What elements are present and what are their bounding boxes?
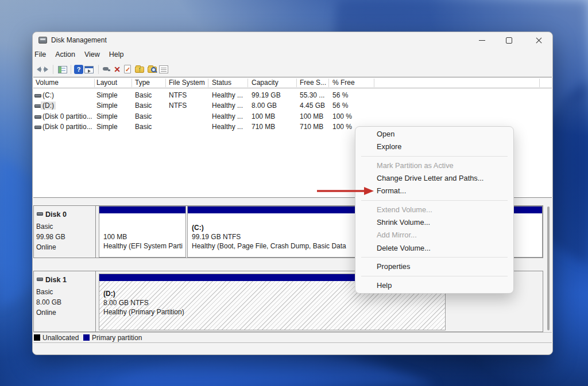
- menu-help[interactable]: Help: [105, 48, 129, 59]
- disk-tool-icon[interactable]: [102, 65, 111, 74]
- properties-list-icon[interactable]: [159, 65, 168, 73]
- partition-line: 100 MB: [103, 233, 127, 241]
- cell: Simple: [96, 123, 118, 131]
- cell: NTFS: [169, 102, 187, 110]
- volume-row-2[interactable]: (D:)SimpleBasicNTFSHealthy ...8.00 GB4.4…: [33, 100, 552, 111]
- partition-line: Healthy (EFI System Parti: [103, 242, 183, 250]
- menu-view[interactable]: View: [80, 48, 105, 59]
- menu-separator: [361, 257, 508, 258]
- volume-row-3[interactable]: (Disk 0 partitio...SimpleBasicHealthy ..…: [33, 111, 552, 122]
- desktop: Disk Management FileActionViewHelp ?✕ Vo…: [0, 0, 588, 386]
- menu-action[interactable]: Action: [51, 48, 80, 59]
- maximize-button[interactable]: [496, 32, 521, 48]
- disk-type: Basic: [36, 223, 53, 231]
- disk-label-0[interactable]: Disk 0Basic99.98 GBOnline: [34, 206, 96, 258]
- volume-row-1[interactable]: (C:)SimpleBasicNTFSHealthy ...99.19 GB55…: [33, 90, 552, 101]
- volume-icon: [34, 94, 41, 98]
- disk-management-app-icon: [38, 37, 47, 44]
- partition-line: 99.19 GB NTFS: [192, 233, 241, 241]
- minimize-button[interactable]: [469, 32, 494, 48]
- menu-item-shrink-volume[interactable]: Shrink Volume...: [355, 216, 513, 229]
- partition-line: 8.00 GB NTFS: [103, 299, 149, 307]
- back-arrow-icon[interactable]: [34, 65, 43, 74]
- delete-red-x-icon[interactable]: ✕: [113, 65, 122, 74]
- legend-label: Unallocated: [42, 334, 79, 342]
- cell: 56 %: [332, 91, 348, 99]
- menu-item-open[interactable]: Open: [355, 128, 513, 141]
- close-button[interactable]: [526, 32, 551, 48]
- cell: Healthy ...: [212, 112, 243, 120]
- column-header--free[interactable]: % Free: [332, 79, 355, 87]
- menu-file[interactable]: File: [30, 48, 51, 59]
- cell: NTFS: [169, 91, 187, 99]
- forward-arrow-icon[interactable]: [43, 65, 52, 74]
- legend-label: Primary partition: [92, 334, 142, 342]
- column-header-volume[interactable]: Volume: [36, 79, 59, 87]
- menu-separator: [361, 156, 508, 157]
- check-document-icon[interactable]: [124, 65, 131, 73]
- column-header-file-system[interactable]: File System: [169, 79, 205, 87]
- volume-list-header: VolumeLayoutTypeFile SystemStatusCapacit…: [33, 77, 552, 88]
- partition-line: Healthy (Primary Partition): [103, 308, 184, 316]
- legend-swatch: [83, 334, 90, 341]
- cell: 56 %: [332, 102, 348, 110]
- volume-icon: [34, 126, 41, 129]
- cell: 55.30 ...: [300, 91, 324, 99]
- menu-item-properties[interactable]: Properties: [355, 260, 513, 273]
- partition-color-bar: [99, 206, 185, 213]
- legend-swatch: [34, 334, 40, 341]
- disk-type: Basic: [36, 288, 53, 296]
- column-separator: [328, 79, 329, 87]
- column-header-type[interactable]: Type: [135, 79, 150, 87]
- disk-label-1[interactable]: Disk 1Basic8.00 GBOnline: [34, 271, 96, 332]
- disk-size: 8.00 GB: [36, 298, 61, 306]
- column-separator: [165, 79, 166, 87]
- cell: 100 %: [332, 123, 352, 131]
- cell: (Disk 0 partitio...: [42, 123, 92, 131]
- column-separator: [247, 79, 248, 87]
- title-bar[interactable]: Disk Management: [33, 32, 552, 48]
- menu-item-help[interactable]: Help: [355, 279, 513, 292]
- cell: Healthy ...: [212, 91, 243, 99]
- folder-find-icon[interactable]: [148, 67, 157, 73]
- cell: (C:): [42, 91, 54, 99]
- column-header-layout[interactable]: Layout: [96, 79, 117, 87]
- window-title: Disk Management: [51, 36, 107, 44]
- cell: 100 MB: [252, 112, 275, 120]
- vertical-scrollbar[interactable]: [547, 206, 550, 330]
- menu-item-mark-partition-as-active: Mark Partition as Active: [355, 159, 513, 172]
- annotation-arrow: [315, 185, 378, 198]
- column-header-status[interactable]: Status: [212, 79, 231, 87]
- console-tree-icon[interactable]: [58, 66, 67, 73]
- help-icon[interactable]: ?: [74, 65, 83, 74]
- menu-item-format[interactable]: Format...: [355, 185, 513, 197]
- cell: 100 MB: [300, 112, 323, 120]
- disk-name: Disk 0: [45, 210, 67, 219]
- column-header-free-s-[interactable]: Free S...: [300, 79, 326, 87]
- menu-separator: [361, 200, 508, 201]
- cell: 710 MB: [252, 123, 275, 131]
- partition-line: (C:): [192, 224, 204, 232]
- folder-up-icon[interactable]: [135, 67, 144, 73]
- menu-item-delete-volume[interactable]: Delete Volume...: [355, 242, 513, 255]
- column-separator: [131, 79, 132, 87]
- column-header-capacity[interactable]: Capacity: [252, 79, 278, 87]
- volume-icon: [34, 115, 41, 119]
- disk-status: Online: [36, 309, 56, 317]
- disk-icon: [37, 212, 43, 216]
- cell: Simple: [96, 112, 118, 120]
- column-separator: [539, 79, 540, 87]
- disk-icon: [37, 278, 43, 281]
- cell: Basic: [135, 112, 152, 120]
- cell: (D:): [41, 102, 56, 110]
- column-separator: [94, 79, 95, 87]
- menu-item-extend-volume: Extend Volume...: [355, 204, 513, 216]
- menu-bar: FileActionViewHelp: [33, 48, 552, 63]
- disk-status: Online: [36, 243, 56, 251]
- legend: UnallocatedPrimary partition: [33, 332, 552, 343]
- action-pane-icon[interactable]: [84, 66, 94, 73]
- toolbar-separator: [71, 65, 71, 74]
- menu-item-explore[interactable]: Explore: [355, 141, 513, 153]
- menu-item-change-drive-letter-and-paths[interactable]: Change Drive Letter and Paths...: [355, 172, 513, 185]
- partition-0-0[interactable]: 100 MBHealthy (EFI System Parti: [99, 206, 186, 258]
